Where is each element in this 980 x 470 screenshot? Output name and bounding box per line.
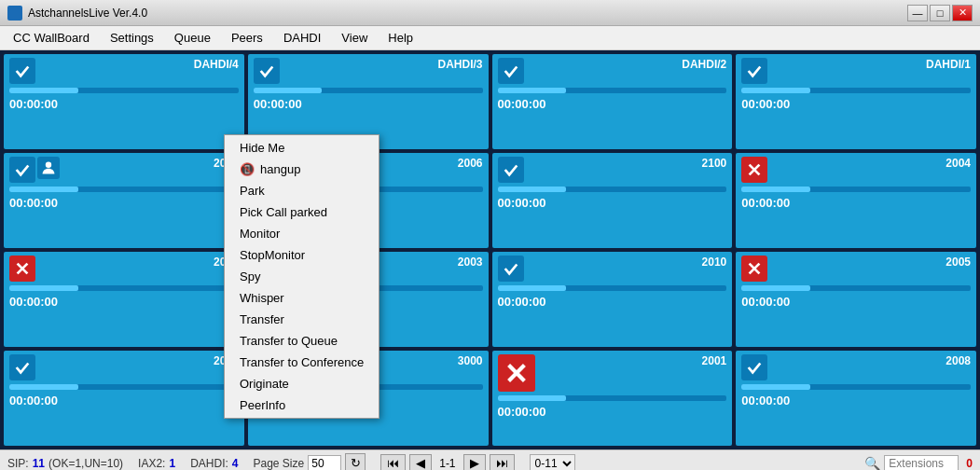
app-icon <box>7 6 22 21</box>
page-size-item: Page Size ↻ <box>254 453 366 471</box>
context-menu-stop-monitor[interactable]: StopMonitor <box>225 244 379 266</box>
channel-time: 00:00:00 <box>741 295 971 309</box>
channel-card-2005[interactable]: 2005 00:00:00 <box>736 252 976 347</box>
menu-queue[interactable]: Queue <box>165 29 220 47</box>
channel-card-2008[interactable]: 2008 00:00:00 <box>736 351 976 446</box>
context-menu-originate[interactable]: Originate <box>225 373 379 394</box>
status-bar: SIP: 11 (OK=1,UN=10) IAX2: 1 DAHDI: 4 Pa… <box>0 449 980 470</box>
refresh-button[interactable]: ↻ <box>345 453 366 471</box>
window-controls: — □ ✕ <box>907 5 973 21</box>
channel-time: 00:00:00 <box>498 97 727 111</box>
channel-name: DAHDI/2 <box>682 58 726 71</box>
error-icon <box>741 256 767 282</box>
context-menu-hide-me[interactable]: Hide Me <box>225 137 379 159</box>
maximize-button[interactable]: □ <box>930 5 950 21</box>
channel-card-2001[interactable]: 2001 00:00:00 <box>492 351 733 446</box>
navigation: ⏮ ◀ 1-1 ▶ ⏭ <box>380 454 514 470</box>
context-menu: Hide Me 📵 hangup Park Pick Call parked M… <box>224 134 380 419</box>
context-menu-peer-info[interactable]: PeerInfo <box>225 394 379 416</box>
menu-dahdi[interactable]: DAHDI <box>274 29 330 47</box>
channel-card-2000[interactable]: 2000 00:00:00 <box>4 153 244 248</box>
channel-name: 3000 <box>458 354 483 367</box>
menu-cc-wallboard[interactable]: CC WallBoard <box>4 29 99 47</box>
channel-time: 00:00:00 <box>498 405 727 419</box>
check-icon <box>254 58 280 84</box>
channel-name: 2005 <box>945 256 971 269</box>
sip-value: 11 <box>33 457 45 470</box>
minimize-button[interactable]: — <box>907 5 928 21</box>
channel-time: 00:00:00 <box>9 295 239 309</box>
nav-prev-button[interactable]: ◀ <box>409 454 432 470</box>
check-icon <box>498 58 524 84</box>
context-menu-park[interactable]: Park <box>225 180 379 201</box>
menu-bar: CC WallBoard Settings Queue Peers DAHDI … <box>0 26 980 50</box>
iax2-label: IAX2: <box>138 457 165 470</box>
menu-view[interactable]: View <box>332 29 377 47</box>
sip-label: SIP: <box>7 457 29 470</box>
sip-status: SIP: 11 (OK=1,UN=10) <box>7 457 123 470</box>
check-icon <box>9 354 35 380</box>
context-menu-transfer-queue[interactable]: Transfer to Queue <box>225 330 379 352</box>
check-icon <box>9 58 35 84</box>
sip-detail: (OK=1,UN=10) <box>48 457 123 470</box>
channel-card-2004[interactable]: 2004 00:00:00 <box>736 153 976 248</box>
menu-peers[interactable]: Peers <box>222 29 272 47</box>
channel-name: DAHDI/3 <box>437 58 482 71</box>
channel-time: 00:00:00 <box>498 295 727 309</box>
channel-time: 00:00:00 <box>498 196 727 210</box>
context-menu-transfer[interactable]: Transfer <box>225 309 379 330</box>
channel-name: 2010 <box>702 256 727 269</box>
nav-next-button[interactable]: ▶ <box>463 454 486 470</box>
nav-last-button[interactable]: ⏭ <box>490 454 515 470</box>
context-menu-whisper[interactable]: Whisper <box>225 287 379 309</box>
channel-time: 00:00:00 <box>741 394 971 408</box>
context-menu-transfer-conference[interactable]: Transfer to Conference <box>225 352 379 373</box>
menu-settings[interactable]: Settings <box>101 29 163 47</box>
close-button[interactable]: ✕ <box>952 5 973 21</box>
channel-card-2009[interactable]: 2009 00:00:00 <box>4 351 244 446</box>
dahdi-status: DAHDI: 4 <box>190 457 238 470</box>
channel-name: 2006 <box>458 157 483 170</box>
dahdi-label: DAHDI: <box>190 457 228 470</box>
ext-count: 0 <box>966 457 973 470</box>
title-bar: AstchannelsLive Ver.4.0 — □ ✕ <box>0 0 980 26</box>
channel-name: 2008 <box>945 354 971 367</box>
check-icon <box>741 354 767 380</box>
error-icon <box>9 256 35 282</box>
search-icon: 🔍 <box>864 456 880 471</box>
svg-point-0 <box>46 162 51 168</box>
channel-card-dahdi4[interactable]: DAHDI/4 00:00:00 <box>4 54 244 149</box>
channel-time: 00:00:00 <box>741 97 971 111</box>
channel-name: DAHDI/4 <box>194 58 239 71</box>
channel-card-2002[interactable]: 2002 00:00:00 <box>4 252 244 347</box>
phone-down-icon: 📵 <box>240 162 255 176</box>
context-menu-pick-call-parked[interactable]: Pick Call parked <box>225 201 379 223</box>
range-select[interactable]: 0-11 <box>530 454 575 471</box>
channel-time: 00:00:00 <box>254 97 483 111</box>
extensions-input[interactable] <box>884 455 959 471</box>
page-size-input[interactable] <box>308 455 341 471</box>
channel-card-dahdi2[interactable]: DAHDI/2 00:00:00 <box>492 54 733 149</box>
channel-card-2010[interactable]: 2010 00:00:00 <box>492 252 733 347</box>
main-grid: DAHDI/4 00:00:00 DAHDI/3 00:00:00 DAHDI/… <box>0 50 980 449</box>
channel-time: 00:00:00 <box>9 97 239 111</box>
check-icon <box>498 256 524 282</box>
person-icon <box>37 157 60 179</box>
channel-name: 2001 <box>702 354 727 367</box>
channel-name: 2003 <box>458 256 483 269</box>
channel-card-dahdi1[interactable]: DAHDI/1 00:00:00 <box>736 54 976 149</box>
nav-first-button[interactable]: ⏮ <box>380 454 406 470</box>
channel-card-2100[interactable]: 2100 00:00:00 <box>492 153 733 248</box>
check-icon <box>9 157 35 183</box>
context-menu-spy[interactable]: Spy <box>225 266 379 287</box>
menu-help[interactable]: Help <box>379 29 422 47</box>
context-menu-monitor[interactable]: Monitor <box>225 223 379 244</box>
range-item: 0-11 <box>530 454 575 471</box>
error-icon <box>498 354 535 392</box>
context-menu-hangup[interactable]: 📵 hangup <box>225 159 379 180</box>
iax2-value: 1 <box>169 457 175 470</box>
check-icon <box>498 157 524 183</box>
check-icon <box>741 58 767 84</box>
channel-time: 00:00:00 <box>9 196 239 210</box>
app-title: AstchannelsLive Ver.4.0 <box>28 7 147 20</box>
